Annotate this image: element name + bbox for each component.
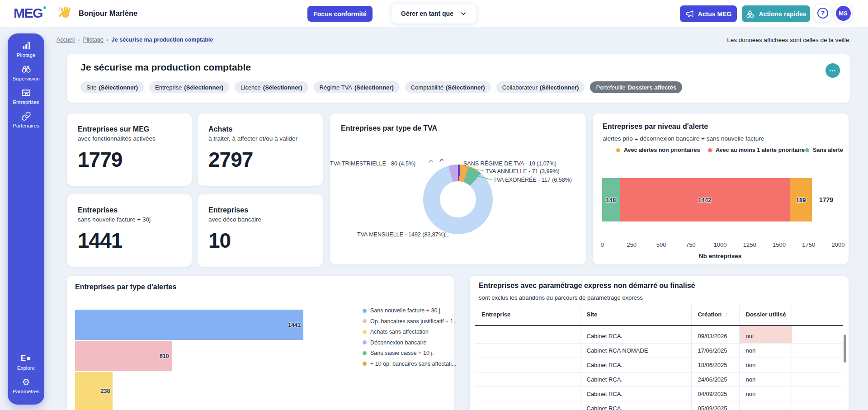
topbar: MEG Bonjour Marlène Focus conformité Gér…	[0, 0, 868, 27]
focus-conformite-label: Focus conformité	[313, 10, 366, 18]
table-row[interactable]: Cabinet RCA.09/03/2026oui	[475, 329, 843, 343]
binoculars-icon	[21, 64, 32, 75]
app-root: MEG Bonjour Marlène Focus conformité Gér…	[0, 0, 868, 410]
donut-label-annuelle: TVA ANNUELLE - 71 (3,99%)	[486, 168, 560, 174]
legend-item-non-prioritaires[interactable]: Avec alertes non prioritaires	[616, 147, 700, 153]
x-axis-tick: 1250	[743, 241, 756, 248]
table-title: Entreprises avec paramétrage express non…	[479, 282, 695, 290]
actions-rapides-button[interactable]: Actions rapides	[742, 5, 810, 22]
column-header-dossier-utilise[interactable]: Dossier utilisé↓	[739, 305, 792, 325]
manage-as-dropdown[interactable]: Gérer en tant que	[392, 4, 476, 24]
table-row[interactable]: Cabinet RCA.18/06/2025non	[475, 358, 843, 372]
focus-conformite-button[interactable]: Focus conformité	[307, 6, 373, 22]
table-row[interactable]: Cabinet RCA NOMADE17/06/2025non	[475, 343, 843, 358]
legend-item-op-bancaires[interactable]: Op. bancaires sans justificatif + 1..	[363, 318, 457, 325]
chart-title: Entreprises par niveau d'alerte	[603, 123, 708, 131]
kpi-title: Achats	[208, 125, 312, 133]
legend-dot	[363, 319, 367, 323]
gear-icon: ⚙	[22, 377, 30, 387]
sidebar-item-pilotage[interactable]: Pilotage	[8, 40, 44, 58]
chevron-down-icon	[460, 10, 467, 17]
kpi-title: Entreprises sur MEG	[78, 125, 181, 133]
help-button[interactable]: ?	[814, 5, 831, 22]
table-row-partial-top	[475, 325, 843, 329]
filter-chip-comptabilite[interactable]: Comptabilité(Sélectionner)	[405, 81, 491, 93]
kpi-card-entreprises-meg: Entreprises sur MEG avec fonctionnalités…	[67, 113, 192, 186]
sort-desc-icon[interactable]: ↓	[784, 311, 787, 319]
kpi-value: 1779	[78, 147, 181, 172]
sidebar-item-parametres[interactable]: ⚙ Paramètres	[8, 377, 44, 394]
sort-asc-icon[interactable]: ↑	[725, 311, 728, 318]
x-axis-tick: 1000	[714, 241, 727, 248]
x-axis-label: Nb entreprises	[602, 253, 838, 259]
hbar-1: 610	[75, 341, 172, 371]
filter-chip-portefeuille[interactable]: PortefeuilleDossiers affectés	[590, 81, 682, 93]
column-header-site[interactable]: Site	[580, 305, 691, 325]
legend-item-prioritaire[interactable]: Avec au moins 1 alerte prioritaire	[708, 147, 805, 153]
x-axis-tick: 1500	[773, 241, 786, 248]
greeting-text: Bonjour Marlène	[79, 9, 137, 18]
filter-chip-collaborateur[interactable]: Collaborateur(Sélectionner)	[496, 81, 585, 93]
meg-logo[interactable]: MEG	[14, 5, 42, 21]
table-row[interactable]: Cabinet RCA.04/09/2025non	[475, 386, 843, 401]
legend-item-saisie-caisse[interactable]: Sans saisie caisse + 10 j.	[363, 350, 457, 356]
table-subtitle: sont exclus les abandons du parcours de …	[479, 294, 643, 301]
stacked-bar: 1481442189	[602, 178, 812, 221]
sidebar-item-partenaires[interactable]: Partenaires	[8, 111, 44, 128]
x-axis-tick: 2000	[832, 241, 845, 248]
x-axis-tick: 0	[600, 241, 604, 248]
column-header-creation[interactable]: Création↑	[691, 305, 739, 325]
actus-meg-label: Actus MEG	[698, 10, 732, 18]
kpi-card-sans-facture: Entreprises sans nouvelle facture + 30j …	[67, 194, 192, 267]
breadcrumb-link-pilotage[interactable]: Pilotage	[83, 37, 103, 43]
kpi-subtitle: avec fonctionnalités activées	[78, 135, 181, 142]
explore-icon: E●	[21, 353, 32, 364]
page-title: Je sécurise ma production comptable	[80, 62, 251, 73]
filter-chip-site[interactable]: Site(Sélectionner)	[80, 81, 144, 93]
table-row[interactable]: Cabinet RCA.05/09/2025	[475, 401, 843, 410]
column-header-actions	[792, 305, 843, 325]
table-row[interactable]: Cabinet RCA.24/06/2025non	[475, 372, 843, 386]
legend-dot	[805, 148, 809, 152]
sidebar-item-label: Pilotage	[17, 52, 36, 58]
actus-meg-button[interactable]: Actus MEG	[680, 5, 737, 22]
alert-level-chart-card: Entreprises par niveau d'alerte alertes …	[593, 113, 849, 264]
legend-item-sans-facture[interactable]: Sans nouvelle facture + 30 j.	[363, 307, 457, 314]
chart-title: Entreprises par type d'alertes	[75, 283, 176, 291]
more-options-button[interactable]: •••	[826, 63, 840, 78]
storefront-icon	[21, 87, 32, 98]
meg-logo-text: MEG	[14, 5, 42, 20]
parametrage-table: Entreprise Site Création↑ Dossier utilis…	[475, 305, 843, 410]
sidebar-item-supervision[interactable]: Supervision	[8, 64, 44, 81]
breadcrumb: Accueil › Pilotage › Je sécurise ma prod…	[57, 37, 213, 43]
legend-item-achats[interactable]: Achats sans affectation	[363, 329, 457, 335]
breadcrumb-current: Je sécurise ma production comptable	[112, 37, 213, 43]
table-scrollbar-thumb[interactable]	[844, 335, 846, 363]
sidebar-item-label: Paramètres	[13, 389, 39, 394]
actions-rapides-label: Actions rapides	[759, 10, 806, 18]
bar-chart-icon	[21, 40, 32, 51]
sidebar-item-label: Supervision	[12, 76, 39, 81]
filter-chip-entreprise[interactable]: Entreprise(Sélectionner)	[149, 81, 229, 93]
question-mark-icon: ?	[817, 8, 828, 19]
data-freshness-notice: Les données affichées sont celles de la …	[727, 37, 851, 43]
megaphone-icon	[685, 9, 694, 18]
sidebar-item-entreprises[interactable]: Entreprises	[8, 87, 44, 105]
legend-item-sans-alerte[interactable]: Sans alerte	[805, 147, 843, 153]
filter-card: Je sécurise ma production comptable Site…	[67, 54, 850, 103]
sidebar-item-label: Explore	[17, 365, 35, 371]
filter-chip-regime-tva[interactable]: Régime TVA(Sélectionner)	[314, 81, 400, 93]
parametrage-express-table-card: Entreprises avec paramétrage express non…	[470, 276, 849, 410]
stacked-bar-total: 1779	[819, 196, 833, 203]
kpi-value: 10	[208, 228, 312, 253]
column-header-entreprise[interactable]: Entreprise	[475, 305, 580, 325]
legend-item-deconnexion[interactable]: Déconnexion bancaire	[363, 339, 457, 346]
filter-chip-licence[interactable]: Licence(Sélectionner)	[235, 81, 308, 93]
x-axis-ticks: 025050075010001250150017502000	[602, 241, 838, 250]
donut-callout-lines	[330, 113, 586, 264]
sidebar-item-explore[interactable]: E● Explore	[8, 353, 44, 371]
breadcrumb-link-accueil[interactable]: Accueil	[57, 37, 75, 43]
legend-dot	[363, 362, 367, 366]
user-avatar[interactable]: MS	[835, 5, 852, 22]
legend-item-10-op-bancaires[interactable]: + 10 op. bancaires sans affectati...	[363, 361, 457, 367]
